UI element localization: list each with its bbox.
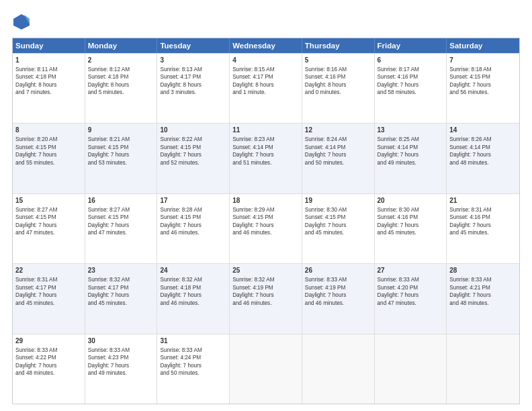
day-info-line-2: Sunset: 4:22 PM (15, 354, 82, 361)
day-info-line-1: Sunrise: 8:30 AM (378, 206, 444, 214)
day-info-line-3: Daylight: 7 hours (160, 222, 226, 229)
day-info-line-4: and 46 minutes. (160, 300, 226, 307)
calendar-cell-day-24: 24Sunrise: 8:32 AMSunset: 4:18 PMDayligh… (157, 264, 230, 333)
calendar-cell-empty (447, 334, 519, 404)
calendar-cell-day-25: 25Sunrise: 8:32 AMSunset: 4:19 PMDayligh… (230, 264, 302, 333)
day-info-line-4: and 45 minutes. (15, 300, 82, 307)
day-info-line-2: Sunset: 4:14 PM (449, 144, 517, 151)
day-info-line-3: Daylight: 7 hours (88, 151, 154, 158)
weekday-header-tuesday: Tuesday (157, 38, 230, 53)
day-info-line-1: Sunrise: 8:20 AM (15, 136, 82, 143)
day-info-line-4: and 45 minutes. (88, 300, 154, 307)
day-info-line-3: Daylight: 7 hours (305, 151, 371, 158)
day-info-line-4: and 46 minutes. (232, 229, 299, 236)
day-info-line-3: Daylight: 7 hours (88, 291, 154, 299)
calendar-cell-day-14: 14Sunrise: 8:26 AMSunset: 4:14 PMDayligh… (447, 124, 519, 193)
day-info-line-4: and 47 minutes. (15, 229, 82, 236)
day-info-line-3: Daylight: 7 hours (449, 81, 517, 89)
weekday-header-thursday: Thursday (302, 38, 375, 53)
day-number: 12 (305, 126, 371, 135)
day-info-line-1: Sunrise: 8:26 AM (449, 136, 517, 143)
day-info-line-2: Sunset: 4:15 PM (15, 144, 82, 151)
calendar-row-1: 1Sunrise: 8:11 AMSunset: 4:18 PMDaylight… (13, 53, 519, 123)
calendar-header: SundayMondayTuesdayWednesdayThursdayFrid… (13, 38, 519, 53)
day-info-line-2: Sunset: 4:17 PM (88, 284, 154, 291)
day-info-line-2: Sunset: 4:18 PM (15, 73, 82, 81)
day-info-line-2: Sunset: 4:15 PM (15, 214, 82, 221)
calendar-page: SundayMondayTuesdayWednesdayThursdayFrid… (0, 0, 532, 411)
day-info-line-1: Sunrise: 8:32 AM (88, 276, 154, 283)
weekday-header-saturday: Saturday (447, 38, 519, 53)
calendar-cell-day-27: 27Sunrise: 8:33 AMSunset: 4:20 PMDayligh… (375, 264, 447, 333)
calendar-cell-day-3: 3Sunrise: 8:13 AMSunset: 4:17 PMDaylight… (157, 54, 230, 123)
calendar: SundayMondayTuesdayWednesdayThursdayFrid… (12, 38, 520, 404)
day-info-line-4: and 47 minutes. (378, 300, 444, 307)
day-info-line-1: Sunrise: 8:16 AM (305, 66, 371, 73)
day-info-line-1: Sunrise: 8:11 AM (15, 66, 82, 73)
day-info-line-2: Sunset: 4:14 PM (305, 144, 371, 151)
day-info-line-2: Sunset: 4:16 PM (378, 73, 444, 81)
day-info-line-2: Sunset: 4:15 PM (88, 214, 154, 221)
calendar-cell-day-11: 11Sunrise: 8:23 AMSunset: 4:14 PMDayligh… (230, 124, 302, 193)
day-number: 26 (305, 266, 371, 275)
day-number: 14 (449, 126, 517, 135)
day-info-line-1: Sunrise: 8:21 AM (88, 136, 154, 143)
day-info-line-2: Sunset: 4:18 PM (160, 284, 226, 291)
calendar-cell-day-17: 17Sunrise: 8:28 AMSunset: 4:15 PMDayligh… (157, 194, 230, 263)
calendar-cell-day-16: 16Sunrise: 8:27 AMSunset: 4:15 PMDayligh… (85, 194, 158, 263)
day-number: 15 (15, 196, 82, 205)
day-info-line-1: Sunrise: 8:33 AM (160, 347, 226, 354)
logo (12, 12, 34, 31)
day-info-line-2: Sunset: 4:15 PM (449, 73, 517, 81)
day-number: 4 (232, 56, 299, 65)
day-info-line-3: Daylight: 7 hours (378, 222, 444, 229)
day-info-line-3: Daylight: 7 hours (378, 151, 444, 158)
day-info-line-1: Sunrise: 8:33 AM (15, 347, 82, 354)
day-info-line-2: Sunset: 4:14 PM (378, 144, 444, 151)
day-info-line-4: and 49 minutes. (88, 369, 154, 377)
day-info-line-2: Sunset: 4:16 PM (378, 214, 444, 221)
day-info-line-3: Daylight: 7 hours (378, 81, 444, 89)
calendar-cell-day-22: 22Sunrise: 8:31 AMSunset: 4:17 PMDayligh… (13, 264, 85, 333)
calendar-cell-day-8: 8Sunrise: 8:20 AMSunset: 4:15 PMDaylight… (13, 124, 85, 193)
day-info-line-1: Sunrise: 8:32 AM (160, 276, 226, 283)
day-info-line-4: and 53 minutes. (88, 159, 154, 167)
day-info-line-4: and 52 minutes. (160, 159, 226, 167)
day-info-line-4: and 50 minutes. (160, 369, 226, 377)
day-number: 21 (449, 196, 517, 205)
day-info-line-3: Daylight: 8 hours (160, 81, 226, 89)
day-info-line-4: and 46 minutes. (160, 229, 226, 236)
day-info-line-1: Sunrise: 8:30 AM (305, 206, 371, 214)
day-info-line-3: Daylight: 7 hours (232, 291, 299, 299)
day-info-line-4: and 7 minutes. (15, 89, 82, 96)
day-info-line-3: Daylight: 8 hours (15, 81, 82, 89)
calendar-cell-day-2: 2Sunrise: 8:12 AMSunset: 4:18 PMDaylight… (85, 54, 158, 123)
calendar-row-3: 15Sunrise: 8:27 AMSunset: 4:15 PMDayligh… (13, 193, 519, 263)
day-number: 19 (305, 196, 371, 205)
day-info-line-4: and 55 minutes. (15, 159, 82, 167)
day-info-line-2: Sunset: 4:15 PM (160, 214, 226, 221)
day-number: 24 (160, 266, 226, 275)
day-number: 22 (15, 266, 82, 275)
day-info-line-1: Sunrise: 8:13 AM (160, 66, 226, 73)
day-info-line-2: Sunset: 4:17 PM (232, 73, 299, 81)
day-info-line-4: and 5 minutes. (88, 89, 154, 96)
day-number: 3 (160, 56, 226, 65)
calendar-cell-day-20: 20Sunrise: 8:30 AMSunset: 4:16 PMDayligh… (375, 194, 447, 263)
calendar-cell-day-21: 21Sunrise: 8:31 AMSunset: 4:16 PMDayligh… (447, 194, 519, 263)
day-number: 10 (160, 126, 226, 135)
day-info-line-4: and 0 minutes. (305, 89, 371, 96)
day-info-line-1: Sunrise: 8:29 AM (232, 206, 299, 214)
day-info-line-3: Daylight: 7 hours (449, 222, 517, 229)
calendar-cell-day-19: 19Sunrise: 8:30 AMSunset: 4:15 PMDayligh… (302, 194, 375, 263)
day-info-line-1: Sunrise: 8:25 AM (378, 136, 444, 143)
day-number: 13 (378, 126, 444, 135)
day-number: 1 (15, 56, 82, 65)
day-info-line-1: Sunrise: 8:33 AM (305, 276, 371, 283)
calendar-body: 1Sunrise: 8:11 AMSunset: 4:18 PMDaylight… (13, 53, 519, 404)
day-info-line-4: and 51 minutes. (232, 159, 299, 167)
day-info-line-3: Daylight: 8 hours (305, 81, 371, 89)
calendar-cell-empty (230, 334, 302, 404)
day-info-line-4: and 3 minutes. (160, 89, 226, 96)
day-info-line-3: Daylight: 7 hours (15, 362, 82, 369)
